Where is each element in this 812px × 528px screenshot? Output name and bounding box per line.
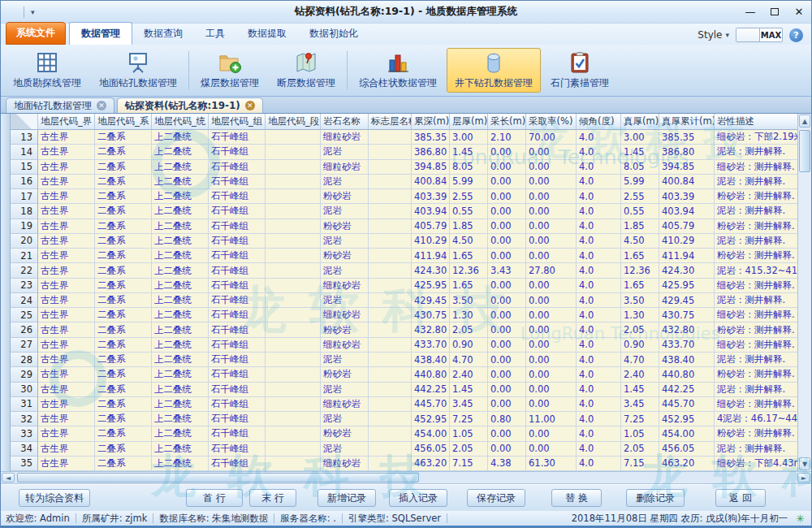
table-row[interactable]: 30古生界二叠系上二叠统石千峰组泥岩442.251.450.000.004.01… [11, 383, 797, 397]
vertical-scrollbar[interactable]: ▲ ▼ [797, 114, 811, 471]
footer-button-3[interactable]: 新增记录 [317, 489, 376, 507]
grid-cell[interactable]: 上二叠统 [152, 175, 209, 189]
grid-cell[interactable]: 石千峰组 [209, 353, 266, 367]
grid-cell[interactable]: 泥岩：测井解释. [715, 175, 797, 189]
grid-cell[interactable]: 石千峰组 [209, 426, 266, 441]
row-number-cell[interactable]: 21 [11, 249, 38, 263]
grid-cell[interactable]: 古生界 [38, 234, 95, 249]
grid-cell[interactable] [266, 145, 321, 159]
grid-cell[interactable] [369, 189, 412, 204]
grid-cell[interactable]: 0.00 [488, 338, 526, 353]
grid-cell[interactable]: 0.00 [488, 442, 526, 457]
footer-button-8[interactable]: 返 回 [715, 489, 766, 507]
grid-cell[interactable]: 4.0 [577, 442, 621, 457]
grid-cell[interactable]: 11.00 [526, 412, 577, 426]
grid-cell[interactable]: 细砂岩：测井解释. [715, 397, 797, 412]
grid-cell[interactable]: 上二叠统 [152, 353, 209, 367]
table-row[interactable]: 22古生界二叠系上二叠统石千峰组泥岩424.3012.363.4327.804.… [11, 263, 797, 278]
grid-cell[interactable]: 5.99 [450, 175, 488, 189]
grid-cell[interactable]: 0.00 [488, 397, 526, 412]
grid-cell[interactable]: 上二叠统 [152, 263, 209, 278]
grid-cell[interactable]: 410.29 [659, 234, 715, 249]
grid-cell[interactable]: 二叠系 [95, 322, 152, 337]
grid-cell[interactable]: 1.65 [450, 249, 488, 263]
grid-cell[interactable]: 上二叠统 [152, 412, 209, 426]
row-number-cell[interactable]: 35 [11, 457, 38, 471]
grid-cell[interactable]: 385.35 [412, 130, 450, 145]
grid-cell[interactable]: 二叠系 [95, 293, 152, 308]
grid-cell[interactable]: 石千峰组 [209, 338, 266, 353]
grid-cell[interactable]: 古生界 [38, 293, 95, 308]
grid-header-cell-4[interactable]: 地层代码_段 [266, 114, 321, 130]
grid-cell[interactable]: 4.0 [577, 130, 621, 145]
grid-cell[interactable]: 粉砂岩 [321, 249, 369, 263]
grid-cell[interactable] [266, 308, 321, 322]
scroll-up-icon[interactable]: ▲ [799, 115, 810, 128]
grid-cell[interactable]: 1.30 [450, 308, 488, 322]
grid-cell[interactable] [266, 293, 321, 308]
grid-cell[interactable]: 1.65 [621, 249, 659, 263]
grid-cell[interactable]: 2.05 [621, 322, 659, 337]
grid-cell[interactable]: 454.00 [659, 426, 715, 441]
grid-header-cell-7[interactable]: 累深(m) [412, 114, 450, 130]
grid-cell[interactable]: 0.00 [488, 383, 526, 397]
grid-cell[interactable]: 400.84 [412, 175, 450, 189]
grid-cell[interactable]: 石千峰组 [209, 145, 266, 159]
grid-cell[interactable]: 古生界 [38, 412, 95, 426]
grid-cell[interactable]: 二叠系 [95, 426, 152, 441]
ribbon-button-1[interactable]: 地面钻孔数据管理 [91, 48, 185, 93]
grid-cell[interactable]: 4.0 [577, 189, 621, 204]
grid-cell[interactable]: 0.00 [526, 442, 577, 457]
grid-cell[interactable]: 394.85 [412, 160, 450, 175]
grid-cell[interactable]: 0.00 [488, 160, 526, 175]
grid-cell[interactable]: 石千峰组 [209, 322, 266, 337]
row-number-cell[interactable]: 25 [11, 308, 38, 322]
grid-cell[interactable]: 泥岩 [321, 145, 369, 159]
row-number-cell[interactable]: 24 [11, 293, 38, 308]
grid-cell[interactable]: 泥岩 [321, 412, 369, 426]
grid-cell[interactable]: 泥岩：测井解释. [715, 145, 797, 159]
grid-cell[interactable]: 粉砂岩 [321, 367, 369, 382]
grid-cell[interactable] [266, 189, 321, 204]
grid-cell[interactable]: 泥岩：测井解释. [715, 353, 797, 367]
grid-cell[interactable] [369, 234, 412, 249]
grid-cell[interactable] [266, 442, 321, 457]
row-number-cell[interactable]: 14 [11, 145, 38, 159]
grid-cell[interactable] [266, 412, 321, 426]
grid-header-cell-9[interactable]: 采长(m) [488, 114, 526, 130]
grid-cell[interactable]: 3.45 [621, 397, 659, 412]
grid-cell[interactable]: 429.45 [659, 293, 715, 308]
grid-cell[interactable]: 0.00 [488, 426, 526, 441]
row-number-cell[interactable]: 32 [11, 412, 38, 426]
grid-cell[interactable] [369, 442, 412, 457]
grid-cell[interactable]: 1.85 [450, 219, 488, 234]
grid-cell[interactable] [369, 204, 412, 219]
grid-cell[interactable]: 0.00 [488, 145, 526, 159]
grid-cell[interactable]: 上二叠统 [152, 145, 209, 159]
grid-cell[interactable]: 细粒砂岩 [321, 308, 369, 322]
grid-cell[interactable]: 424.30 [659, 263, 715, 278]
grid-cell[interactable]: 0.00 [488, 322, 526, 337]
grid-cell[interactable]: 古生界 [38, 263, 95, 278]
grid-cell[interactable]: 7.15 [621, 457, 659, 471]
tab-close-icon[interactable]: ✕ [97, 101, 106, 110]
grid-cell[interactable]: 4.0 [577, 293, 621, 308]
grid-cell[interactable]: 0.00 [526, 308, 577, 322]
grid-cell[interactable]: 1.65 [450, 279, 488, 293]
grid-cell[interactable]: 粉砂岩 [321, 219, 369, 234]
grid-cell[interactable]: 粉砂岩：测井解释. [715, 426, 797, 441]
grid-cell[interactable]: 438.40 [659, 353, 715, 367]
grid-cell[interactable]: 二叠系 [95, 175, 152, 189]
grid-cell[interactable] [369, 397, 412, 412]
grid-cell[interactable]: 上二叠统 [152, 426, 209, 441]
grid-cell[interactable]: 石千峰组 [209, 219, 266, 234]
grid-cell[interactable]: 古生界 [38, 145, 95, 159]
grid-cell[interactable]: 泥岩：测井解释. [715, 383, 797, 397]
grid-cell[interactable]: 粉砂岩：测井解释. [715, 189, 797, 204]
grid-cell[interactable] [369, 367, 412, 382]
grid-cell[interactable]: 上二叠统 [152, 322, 209, 337]
grid-cell[interactable]: 0.00 [526, 426, 577, 441]
grid-cell[interactable]: 4.0 [577, 383, 621, 397]
grid-cell[interactable]: 上二叠统 [152, 383, 209, 397]
grid-cell[interactable]: 二叠系 [95, 338, 152, 353]
